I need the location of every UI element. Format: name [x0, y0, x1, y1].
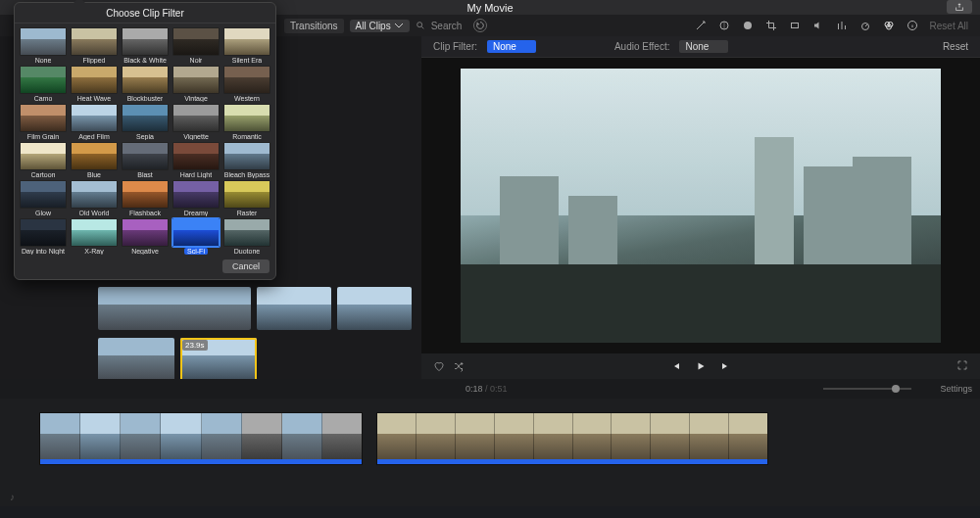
filter-option-old-world[interactable]: Old World [70, 180, 119, 216]
filter-option-romantic[interactable]: Romantic [222, 104, 271, 140]
filter-option-silent-era[interactable]: Silent Era [222, 27, 271, 64]
filter-option-raster[interactable]: Raster [222, 180, 271, 216]
audio-effect-value[interactable]: None [679, 40, 728, 53]
volume-icon[interactable] [812, 20, 824, 31]
chevron-down-icon [394, 21, 404, 30]
clip-scope-dropdown[interactable]: All Clips [350, 20, 410, 32]
favorite-icon[interactable] [433, 360, 445, 372]
media-clip[interactable] [337, 287, 412, 330]
preview-viewer [421, 58, 980, 353]
filter-option-flipped[interactable]: Flipped [70, 27, 119, 64]
settings-button[interactable]: Settings [940, 384, 972, 394]
filter-label: Cartoon [31, 171, 56, 178]
media-clip[interactable] [257, 287, 331, 330]
filter-thumb [223, 104, 270, 132]
equalizer-icon[interactable] [836, 20, 848, 31]
clip-filter-value[interactable]: None [487, 40, 536, 53]
filter-option-noir[interactable]: Noir [172, 27, 220, 64]
svg-line-1 [421, 26, 423, 28]
filter-thumb [223, 142, 270, 170]
media-clip-selected[interactable]: 23.9s [180, 338, 257, 379]
filter-thumb [122, 142, 169, 170]
clip-scope-value: All Clips [356, 21, 391, 31]
filter-option-black-white[interactable]: Black & White [121, 27, 170, 64]
svg-point-0 [416, 23, 421, 27]
stabilize-icon[interactable] [789, 20, 801, 31]
filter-label: Old World [79, 210, 110, 216]
color-balance-icon[interactable] [718, 20, 730, 31]
preview-frame [461, 69, 941, 343]
filter-thumb [20, 104, 67, 132]
filter-label: Flashback [129, 210, 161, 216]
media-clip[interactable] [98, 287, 251, 330]
filter-thumb [172, 218, 220, 247]
svg-point-3 [744, 22, 752, 29]
filter-option-film-grain[interactable]: Film Grain [19, 104, 68, 140]
filter-option-glow[interactable]: Glow [19, 180, 68, 216]
filter-option-bleach-bypass[interactable]: Bleach Bypass [222, 142, 271, 178]
crop-icon[interactable] [765, 20, 777, 31]
filter-thumb [71, 142, 118, 170]
filter-label: Camo [34, 95, 53, 102]
filter-option-flashback[interactable]: Flashback [121, 180, 170, 216]
play-button[interactable] [695, 360, 707, 372]
tab-transitions[interactable]: Transitions [284, 19, 344, 33]
clip-duration-badge: 23.9s [182, 340, 208, 351]
speed-icon[interactable] [859, 20, 871, 31]
time-current: 0:18 [466, 384, 483, 394]
filter-label: Blue [87, 171, 101, 178]
reset-all-button[interactable]: Reset All [930, 21, 972, 31]
filter-option-sepia[interactable]: Sepia [121, 104, 170, 140]
refresh-button[interactable] [473, 19, 487, 32]
filter-option-western[interactable]: Western [222, 66, 271, 102]
filter-option-blockbuster[interactable]: Blockbuster [121, 66, 170, 102]
filter-option-duotone[interactable]: Duotone [222, 218, 271, 255]
audio-effect-label: Audio Effect: [614, 41, 670, 52]
zoom-slider[interactable] [823, 388, 911, 390]
filter-thumb [172, 180, 220, 209]
share-button[interactable] [947, 0, 972, 14]
filter-option-vignette[interactable]: Vignette [172, 104, 220, 140]
shuffle-icon[interactable] [453, 360, 465, 372]
filters-icon[interactable] [883, 20, 895, 31]
filter-option-hard-light[interactable]: Hard Light [172, 142, 220, 178]
cancel-button[interactable]: Cancel [222, 259, 270, 273]
filter-thumb [71, 218, 118, 247]
filter-option-day-into-night[interactable]: Day into Night [19, 218, 68, 255]
share-icon [955, 2, 964, 12]
fullscreen-icon[interactable] [956, 359, 968, 371]
filter-option-negative[interactable]: Negative [121, 218, 170, 255]
wand-icon[interactable] [695, 20, 707, 31]
filter-thumb [20, 180, 67, 209]
filter-option-dreamy[interactable]: Dreamy [172, 180, 220, 216]
filter-label: Vignette [183, 133, 209, 140]
filter-thumb [71, 180, 118, 209]
timeline-clip[interactable] [39, 412, 363, 465]
search-input[interactable]: Search [431, 21, 463, 31]
color-wheel-icon[interactable] [742, 20, 754, 31]
prev-button[interactable] [669, 360, 681, 372]
filter-option-blast[interactable]: Blast [121, 142, 170, 178]
filter-option-camo[interactable]: Camo [19, 66, 68, 102]
timeline[interactable]: ♪ [0, 399, 980, 506]
filter-option-blue[interactable]: Blue [70, 142, 119, 178]
filter-label: Glow [35, 210, 51, 216]
audio-track-icon: ♪ [10, 492, 15, 502]
next-button[interactable] [720, 360, 732, 372]
filter-option-none[interactable]: None [19, 27, 68, 64]
info-icon[interactable] [906, 20, 918, 31]
reset-button[interactable]: Reset [943, 41, 968, 52]
filter-option-aged-film[interactable]: Aged Film [70, 104, 119, 140]
filter-option-x-ray[interactable]: X-Ray [70, 218, 119, 255]
filter-option-heat-wave[interactable]: Heat Wave [70, 66, 119, 102]
filter-thumb [223, 66, 270, 94]
filter-option-sci-fi[interactable]: Sci-Fi [172, 218, 220, 255]
filter-label: Sepia [136, 133, 154, 140]
refresh-icon [475, 21, 485, 30]
filter-option-cartoon[interactable]: Cartoon [19, 142, 68, 178]
media-clip[interactable] [98, 338, 174, 379]
timeline-clip[interactable] [376, 412, 768, 465]
filter-option-vintage[interactable]: Vintage [172, 66, 220, 102]
filter-label: Silent Era [232, 57, 262, 64]
popover-title: Choose Clip Filter [15, 3, 275, 24]
